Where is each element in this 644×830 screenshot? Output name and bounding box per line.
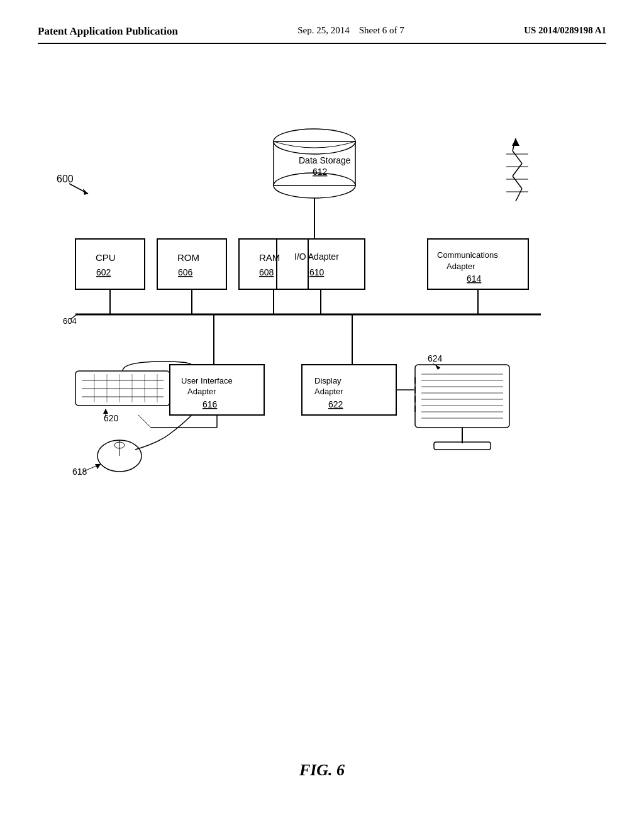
ui-adapter-label-1: User Interface xyxy=(181,376,233,385)
rom-label: ROM xyxy=(177,252,199,263)
svg-line-52 xyxy=(138,415,151,428)
cpu-box xyxy=(75,239,145,289)
io-box xyxy=(277,239,365,289)
cpu-ref: 602 xyxy=(96,267,111,277)
page-header: Patent Application Publication Sep. 25, … xyxy=(38,25,606,44)
io-label: I/O Adapter xyxy=(294,252,339,262)
comm-label-2: Adapter xyxy=(447,262,475,271)
monitor-ref: 624 xyxy=(428,353,443,363)
rom-ref: 606 xyxy=(178,267,193,277)
svg-marker-11 xyxy=(512,138,519,146)
comm-ref: 614 xyxy=(467,274,482,284)
publication-number: US 2014/0289198 A1 xyxy=(524,25,606,36)
display-adapter-label-1: Display xyxy=(314,376,341,385)
rom-box xyxy=(157,239,226,289)
publication-date-sheet: Sep. 25, 2014 Sheet 6 of 7 xyxy=(297,25,404,36)
ram-ref: 608 xyxy=(259,267,274,277)
svg-marker-34 xyxy=(95,464,101,469)
keyboard-shape xyxy=(75,371,170,406)
svg-marker-1 xyxy=(83,189,88,195)
svg-line-4 xyxy=(513,163,522,176)
cpu-label: CPU xyxy=(96,252,116,263)
diagram-id-label: 600 xyxy=(57,174,74,184)
publication-type: Patent Application Publication xyxy=(38,25,178,38)
svg-line-3 xyxy=(513,151,522,163)
bus-ref: 604 xyxy=(63,316,77,326)
svg-line-6 xyxy=(516,189,522,201)
figure-label: FIG. 6 xyxy=(299,761,345,780)
svg-line-5 xyxy=(513,176,522,189)
page: Patent Application Publication Sep. 25, … xyxy=(0,0,644,830)
ui-adapter-label-2: Adapter xyxy=(187,387,216,396)
data-storage-label: Data Storage xyxy=(299,155,351,165)
io-ref: 610 xyxy=(309,267,325,277)
mouse-ref: 618 xyxy=(72,467,87,477)
ui-adapter-ref: 616 xyxy=(203,399,218,409)
ram-box xyxy=(239,239,308,289)
data-storage-ref: 612 xyxy=(313,167,328,177)
block-diagram: 600 Data Storage 612 CPU 602 ROM xyxy=(38,101,604,541)
keyboard-ref: 620 xyxy=(104,413,119,423)
svg-marker-30 xyxy=(103,409,108,414)
display-adapter-label-2: Adapter xyxy=(314,387,343,396)
comm-label-1: Communications xyxy=(437,250,498,260)
display-adapter-ref: 622 xyxy=(328,399,343,409)
